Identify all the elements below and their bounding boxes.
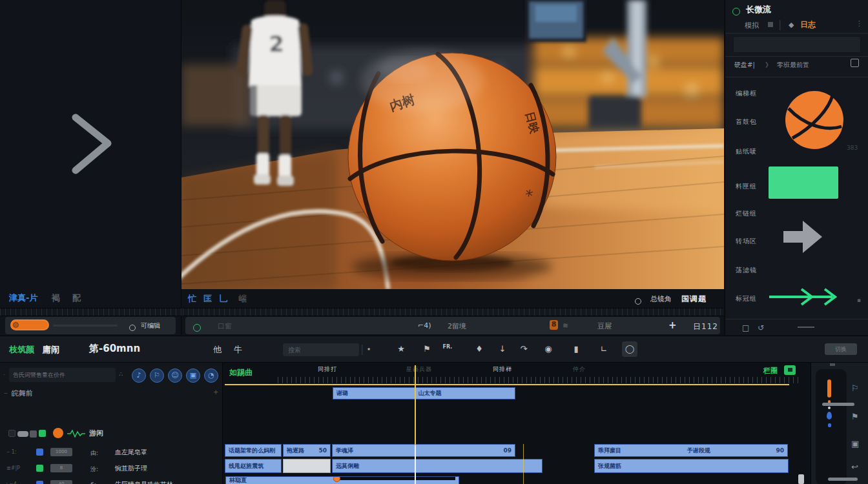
track-badge-1[interactable]: 1000 (50, 448, 72, 456)
cursor-icon[interactable]: + (668, 319, 677, 331)
search-input[interactable] (283, 343, 359, 356)
chevron-right-icon[interactable] (59, 111, 124, 176)
transport-icon-4[interactable]: 㟨 (238, 293, 247, 305)
track-tool-icon-2[interactable]: ⚐ (150, 368, 164, 383)
effect-label-3[interactable]: 贴纸唛 (736, 147, 757, 156)
effect-label-2[interactable]: 首鼓包 (736, 117, 757, 126)
keyframe-dot[interactable] (333, 476, 340, 482)
grip-icon[interactable]: ▪ (857, 297, 861, 303)
slider-knob[interactable] (13, 322, 19, 328)
track-tool-icon-5[interactable]: ◔ (204, 368, 218, 383)
flag-filled-icon[interactable]: ⚑ (851, 412, 859, 421)
center-label[interactable]: 豆屉 (597, 321, 612, 331)
track-badge-2[interactable]: 8 (50, 464, 72, 472)
effect-label-8[interactable]: 标冠组 (736, 294, 757, 303)
effect-label-7[interactable]: 荡滤镜 (736, 266, 757, 275)
track-search-box[interactable]: 告氏词暨售量在价件 (9, 368, 116, 382)
toggle-gray[interactable] (30, 430, 37, 438)
track-name-2[interactable]: 惋苴肪子理 (115, 464, 147, 473)
expand-square-icon[interactable] (851, 59, 859, 67)
timeline-clip-0-0[interactable]: 话题架常的么妈刚 (225, 444, 282, 457)
toolbar-glyph-1[interactable]: 他 (213, 344, 222, 356)
timeline-clip-0-1[interactable]: 袍逐路50 (283, 444, 331, 457)
green-double-arrow-icon[interactable] (768, 288, 838, 306)
upload-circle-icon[interactable] (635, 294, 641, 307)
diamond-icon[interactable]: ◆ (789, 21, 794, 29)
minimap[interactable] (816, 369, 847, 484)
track-name-3[interactable]: 告巨晴息是殊临苴林 (115, 480, 173, 484)
pen-curve-icon[interactable]: ↷ (517, 344, 530, 354)
toolbar-glyph-2[interactable]: 牛 (234, 344, 242, 356)
transport-icon-3[interactable]: 乚 (219, 293, 227, 305)
rect-icon[interactable]: ▮ (570, 344, 583, 354)
timeline-clip-1-0[interactable]: 线甩赵旌震筑 (225, 459, 282, 473)
track-type-icon-1[interactable] (36, 449, 43, 456)
target-icon[interactable]: ◉ (542, 344, 555, 354)
green-lock-icon[interactable] (784, 365, 796, 375)
track-tool-icon-3[interactable]: ☺ (168, 368, 182, 383)
mode-toggle-label[interactable]: 模拟 (745, 21, 759, 30)
toolbar-green-label[interactable]: 枝筑颜 (9, 344, 34, 356)
timeline-clip-0-2[interactable]: 学魂泽09 (332, 444, 515, 457)
record-circle-icon[interactable] (193, 321, 201, 333)
marker-1[interactable]: ⌐4) (418, 321, 431, 330)
overview-clip[interactable]: 谢璐 山太专题 (333, 387, 515, 399)
droplet-icon[interactable]: ♦ (473, 344, 486, 354)
effect-label-4[interactable]: 料匣组 (736, 182, 757, 191)
toolbar-white-label[interactable]: 庸闹 (43, 344, 59, 356)
accent-log-label[interactable]: 日志 (800, 19, 816, 30)
toggle-green[interactable] (39, 430, 46, 437)
range-handle-bottom[interactable] (828, 478, 858, 481)
flag-outline-icon[interactable]: ⚐ (851, 383, 859, 393)
range-handle-top[interactable] (822, 403, 854, 406)
circle-tool-icon[interactable]: ◯ (622, 341, 637, 357)
timeline-clip-1-1[interactable] (283, 459, 331, 473)
track-type-icon-3[interactable] (36, 481, 43, 484)
toggle-dark[interactable] (8, 430, 16, 437)
media-tab-2[interactable]: 褐 (52, 292, 60, 304)
scrollbar-handle[interactable] (798, 474, 804, 484)
gray-arrow-preview-icon[interactable] (782, 217, 823, 257)
media-tab-active[interactable]: 津真-片 (9, 292, 37, 304)
track-tool-icon-1[interactable]: ♪ (132, 368, 146, 383)
refresh-icon[interactable]: ↺ (758, 323, 764, 332)
playhead-lower[interactable] (415, 445, 416, 484)
corner-arrow-icon[interactable]: ∟ (597, 344, 610, 354)
flag-icon[interactable]: ⚑ (420, 344, 433, 354)
toolbar-right-button[interactable]: 切换 (825, 343, 857, 355)
arrow-glyph[interactable]: 》 (765, 61, 772, 70)
effects-input[interactable] (733, 36, 861, 53)
trim-range-slider[interactable] (10, 319, 49, 330)
effect-label-6[interactable]: 转场区 (736, 237, 757, 246)
undo-icon[interactable]: ↩ (851, 462, 858, 472)
editable-button[interactable]: 可编辑 (141, 321, 160, 330)
timeline-ruler[interactable] (278, 377, 801, 383)
slider-track[interactable] (53, 325, 118, 327)
orange-badge[interactable]: 8 (550, 320, 558, 330)
timeline-clip-1-2[interactable]: 远莫俐雕 (332, 459, 542, 473)
arrow-down-icon[interactable]: ↓ (496, 344, 509, 354)
add-icon[interactable]: + (213, 388, 218, 396)
small-square-icon[interactable] (768, 22, 773, 27)
mode-label[interactable]: 国调题 (681, 294, 707, 305)
track-group-label[interactable]: 皖舞前 (12, 388, 33, 398)
sparkle-icon[interactable]: ⋆ (362, 344, 375, 354)
star-icon[interactable]: ★ (395, 344, 408, 354)
video-frame-basketball[interactable]: 2 内树 (181, 0, 724, 289)
transport-icon-1[interactable]: 忙 (188, 293, 196, 305)
track-badge-3[interactable]: 40 (50, 480, 72, 484)
basketball-preview-icon[interactable] (782, 88, 847, 152)
copy-icon[interactable]: □ (742, 323, 749, 332)
timeline-clip-2-0[interactable]: 林聪直 (225, 476, 459, 484)
toggle-pill[interactable] (17, 431, 28, 437)
expand-icon[interactable]: ∴ (119, 370, 123, 378)
effect-label-1[interactable]: 编梯框 (736, 89, 757, 98)
green-rect-preview[interactable] (769, 166, 838, 199)
transport-icon-2[interactable]: 匡 (203, 293, 212, 305)
effect-label-5[interactable]: 烂链组 (736, 209, 757, 218)
playhead[interactable] (415, 365, 416, 445)
media-tab-3[interactable]: 配 (72, 292, 81, 304)
frame-icon[interactable]: ▣ (851, 439, 859, 449)
wave-icon[interactable]: ≋ (563, 321, 568, 330)
mixer-orange-icon[interactable] (53, 428, 63, 438)
